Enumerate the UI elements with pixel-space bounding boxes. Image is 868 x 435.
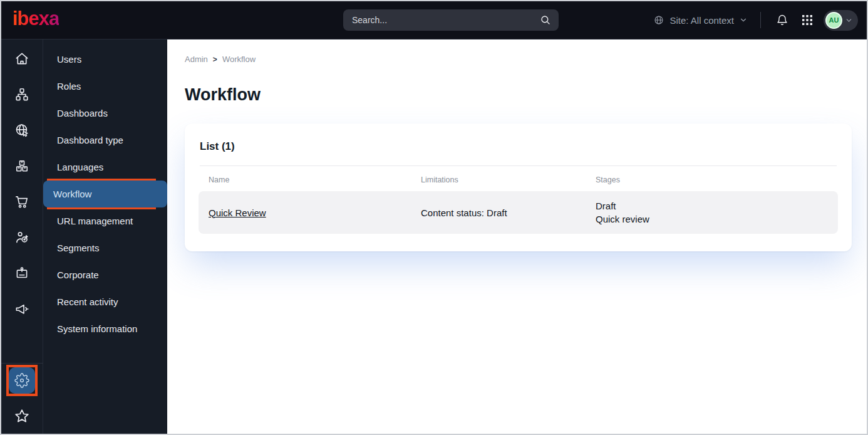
topbar-divider <box>760 12 761 28</box>
menu-item-roles[interactable]: Roles <box>43 73 167 100</box>
breadcrumb-admin[interactable]: Admin <box>185 55 208 64</box>
menu-item-users[interactable]: Users <box>43 46 167 73</box>
main-content: Admin > Workflow Workflow List (1) Name … <box>167 39 867 434</box>
avatar: AU <box>825 12 842 29</box>
app-switcher-grid-icon[interactable] <box>798 11 816 29</box>
global-search[interactable] <box>343 9 559 31</box>
favorites-star-icon[interactable] <box>13 407 31 425</box>
app-window: ibexa Site: All context <box>0 0 868 435</box>
notifications-bell-icon[interactable] <box>773 11 791 29</box>
workflow-list-card: List (1) Name Limitations Stages Quick R… <box>185 123 852 251</box>
chevron-down-icon <box>739 16 748 24</box>
home-icon[interactable] <box>11 51 33 66</box>
settings-gear-icon[interactable] <box>9 367 35 394</box>
breadcrumb: Admin > Workflow <box>185 55 852 64</box>
rail-separator <box>1 363 43 364</box>
corporate-badge-icon[interactable] <box>11 266 33 281</box>
workflow-limitations-cell: Content status: Draft <box>421 207 596 218</box>
column-header-limitations: Limitations <box>421 176 596 184</box>
site-context-selector[interactable]: Site: All context <box>653 14 748 26</box>
breadcrumb-separator: > <box>213 55 217 64</box>
workflow-stages-cell: Draft Quick review <box>596 199 828 226</box>
topbar: ibexa Site: All context <box>1 1 867 39</box>
site-context-label: Site: All context <box>669 15 734 26</box>
annotation-highlight-box <box>6 365 38 396</box>
icon-rail-sidebar <box>1 39 43 434</box>
user-menu[interactable]: AU <box>824 10 858 31</box>
menu-item-languages[interactable]: Languages <box>43 154 167 181</box>
menu-item-segments[interactable]: Segments <box>43 234 167 261</box>
page-title: Workflow <box>185 85 852 105</box>
search-input[interactable] <box>352 15 540 25</box>
admin-menu: Users Roles Dashboards Dashboard type La… <box>43 39 167 434</box>
menu-item-workflow[interactable]: Workflow <box>43 181 167 207</box>
table-header-row: Name Limitations Stages <box>199 166 838 191</box>
menu-item-system-information[interactable]: System information <box>43 315 167 342</box>
menu-item-recent-activity[interactable]: Recent activity <box>43 288 167 315</box>
stage-quick-review: Quick review <box>596 212 828 226</box>
personalization-target-icon[interactable] <box>11 230 33 245</box>
globe-icon <box>653 14 664 26</box>
workflow-link-quick-review[interactable]: Quick Review <box>209 207 266 218</box>
chevron-down-icon <box>845 16 853 24</box>
menu-item-dashboards[interactable]: Dashboards <box>43 100 167 127</box>
marketing-megaphone-icon[interactable] <box>11 301 33 317</box>
column-header-stages: Stages <box>596 176 828 184</box>
menu-item-workflow-slot: Workflow <box>43 181 167 207</box>
menu-item-dashboard-type[interactable]: Dashboard type <box>43 127 167 154</box>
workflow-name-cell: Quick Review <box>209 207 421 218</box>
table-row: Quick Review Content status: Draft Draft… <box>199 191 838 234</box>
content-tree-icon[interactable] <box>11 87 33 102</box>
products-boxes-icon[interactable] <box>11 159 33 174</box>
topbar-right-controls: Site: All context AU <box>653 1 858 39</box>
menu-item-url-management[interactable]: URL management <box>43 207 167 234</box>
site-globe-cursor-icon[interactable] <box>11 123 33 138</box>
column-header-name: Name <box>209 176 421 184</box>
workflow-table: Name Limitations Stages Quick Review Con… <box>185 166 852 234</box>
commerce-cart-icon[interactable] <box>11 194 33 209</box>
ibexa-logo: ibexa <box>13 8 59 30</box>
menu-item-corporate[interactable]: Corporate <box>43 261 167 288</box>
search-icon[interactable] <box>540 14 551 26</box>
breadcrumb-workflow: Workflow <box>222 55 256 64</box>
list-card-title: List (1) <box>185 123 852 165</box>
stage-draft: Draft <box>596 199 828 212</box>
